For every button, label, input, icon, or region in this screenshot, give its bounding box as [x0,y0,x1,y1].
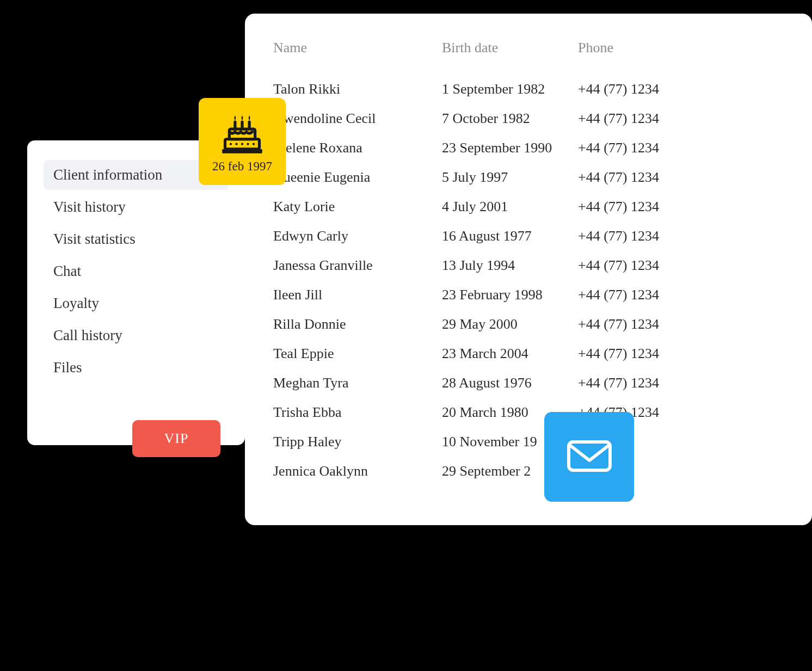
cell-name: Joelene Roxana [273,140,442,156]
vip-badge[interactable]: VIP [132,420,220,457]
header-name[interactable]: Name [273,40,442,56]
sidebar-item-visit-history[interactable]: Visit history [44,192,229,222]
cell-birth: 13 July 1994 [442,257,578,274]
table-row[interactable]: Jennica Oaklynn29 September 21234 [273,457,784,486]
table-row[interactable]: Queenie Eugenia5 July 1997+44 (77) 1234 [273,163,784,192]
sidebar-item-visit-statistics[interactable]: Visit statistics [44,224,229,254]
cell-name: Queenie Eugenia [273,169,442,186]
birthday-date: 26 feb 1997 [212,159,272,174]
table-row[interactable]: Meghan Tyra28 August 1976+44 (77) 1234 [273,368,784,398]
table-row[interactable]: Gwendoline Cecil7 October 1982+44 (77) 1… [273,104,784,133]
cell-birth: 4 July 2001 [442,199,578,215]
cell-phone: +44 (77) 1234 [578,110,687,127]
svg-point-3 [235,143,237,145]
cell-birth: 7 October 1982 [442,110,578,127]
cell-birth: 16 August 1977 [442,228,578,244]
svg-rect-11 [569,442,610,470]
table-row[interactable]: Rilla Donnie29 May 2000+44 (77) 1234 [273,310,784,339]
birthday-badge[interactable]: 26 feb 1997 [199,98,286,185]
cell-name: Edwyn Carly [273,228,442,244]
cell-birth: 5 July 1997 [442,169,578,186]
sidebar-item-call-history[interactable]: Call history [44,321,229,350]
cell-phone: +44 (77) 1234 [578,375,687,391]
cell-birth: 1 September 1982 [442,81,578,97]
cell-name: Trisha Ebba [273,404,442,421]
cell-name: Gwendoline Cecil [273,110,442,127]
cell-name: Rilla Donnie [273,316,442,333]
cell-phone: +44 (77) 1234 [578,140,687,156]
cell-phone: +44 (77) 1234 [578,81,687,97]
table-row[interactable]: Tripp Haley10 November 191234 [273,427,784,457]
cell-name: Katy Lorie [273,199,442,215]
sidebar-item-chat[interactable]: Chat [44,256,229,286]
sidebar-item-files[interactable]: Files [44,353,229,383]
svg-point-4 [241,143,243,145]
table-row[interactable]: Ileen Jill23 February 1998+44 (77) 1234 [273,280,784,310]
header-phone[interactable]: Phone [578,40,687,56]
sidebar-item-loyalty[interactable]: Loyalty [44,288,229,318]
cell-phone: +44 (77) 1234 [578,257,687,274]
vip-label: VIP [164,430,189,447]
table-header: Name Birth date Phone [273,40,784,56]
cell-phone: +44 (77) 1234 [578,228,687,244]
svg-point-5 [247,143,249,145]
cell-phone: +44 (77) 1234 [578,169,687,186]
svg-point-2 [230,143,232,145]
svg-point-6 [253,143,255,145]
table-row[interactable]: Janessa Granville13 July 1994+44 (77) 12… [273,251,784,280]
cell-birth: 29 May 2000 [442,316,578,333]
cell-name: Ileen Jill [273,287,442,303]
cell-name: Meghan Tyra [273,375,442,391]
clients-table-card: Name Birth date Phone Talon Rikki1 Septe… [245,14,812,525]
cell-birth: 23 September 1990 [442,140,578,156]
table-row[interactable]: Teal Eppie23 March 2004+44 (77) 1234 [273,339,784,368]
cell-name: Janessa Granville [273,257,442,274]
table-row[interactable]: Katy Lorie4 July 2001+44 (77) 1234 [273,192,784,221]
cell-phone: +44 (77) 1234 [578,316,687,333]
client-sidebar: Client informationVisit historyVisit sta… [27,140,245,445]
cell-name: Jennica Oaklynn [273,463,442,479]
cell-name: Tripp Haley [273,434,442,450]
cell-birth: 23 February 1998 [442,287,578,303]
cell-birth: 23 March 2004 [442,346,578,362]
table-row[interactable]: Joelene Roxana23 September 1990+44 (77) … [273,133,784,163]
cell-phone: +44 (77) 1234 [578,346,687,362]
mail-button[interactable] [544,412,634,502]
table-row[interactable]: Trisha Ebba20 March 1980+44 (77) 1234 [273,398,784,427]
cell-name: Talon Rikki [273,81,442,97]
mail-icon [567,439,612,476]
birthday-cake-icon [219,110,265,156]
cell-phone: +44 (77) 1234 [578,287,687,303]
table-row[interactable]: Talon Rikki1 September 1982+44 (77) 1234 [273,75,784,104]
header-birth[interactable]: Birth date [442,40,578,56]
table-row[interactable]: Edwyn Carly16 August 1977+44 (77) 1234 [273,221,784,251]
cell-name: Teal Eppie [273,346,442,362]
cell-phone: +44 (77) 1234 [578,199,687,215]
table-body: Talon Rikki1 September 1982+44 (77) 1234… [273,75,784,486]
cell-birth: 28 August 1976 [442,375,578,391]
